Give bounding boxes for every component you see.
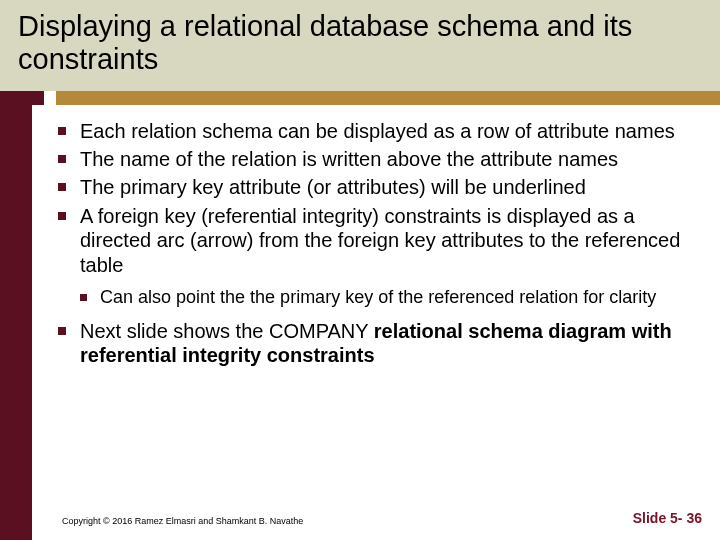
bullet-list-2: Next slide shows the COMPANY relational …	[48, 319, 700, 368]
bullet-item: A foreign key (referential integrity) co…	[54, 204, 700, 277]
side-rail	[0, 105, 44, 540]
slide-title: Displaying a relational database schema …	[18, 10, 702, 77]
sub-bullet-list: Can also point the the primary key of th…	[48, 287, 700, 309]
divider-stripe	[0, 91, 720, 105]
bullet-item: The name of the relation is written abov…	[54, 147, 700, 171]
copyright-text: Copyright © 2016 Ramez Elmasri and Shamk…	[62, 516, 303, 526]
title-area: Displaying a relational database schema …	[0, 0, 720, 91]
bullet-text-prefix: Next slide shows the COMPANY	[80, 320, 374, 342]
sub-bullet-item: Can also point the the primary key of th…	[78, 287, 700, 309]
content: Each relation schema can be displayed as…	[44, 105, 720, 540]
slide-number: Slide 5- 36	[633, 510, 702, 526]
body-area: Each relation schema can be displayed as…	[0, 105, 720, 540]
bullet-item: Next slide shows the COMPANY relational …	[54, 319, 700, 368]
bullet-item: Each relation schema can be displayed as…	[54, 119, 700, 143]
slide: Displaying a relational database schema …	[0, 0, 720, 540]
footer: Copyright © 2016 Ramez Elmasri and Shamk…	[62, 510, 702, 526]
bullet-list: Each relation schema can be displayed as…	[48, 119, 700, 277]
bullet-item: The primary key attribute (or attributes…	[54, 175, 700, 199]
